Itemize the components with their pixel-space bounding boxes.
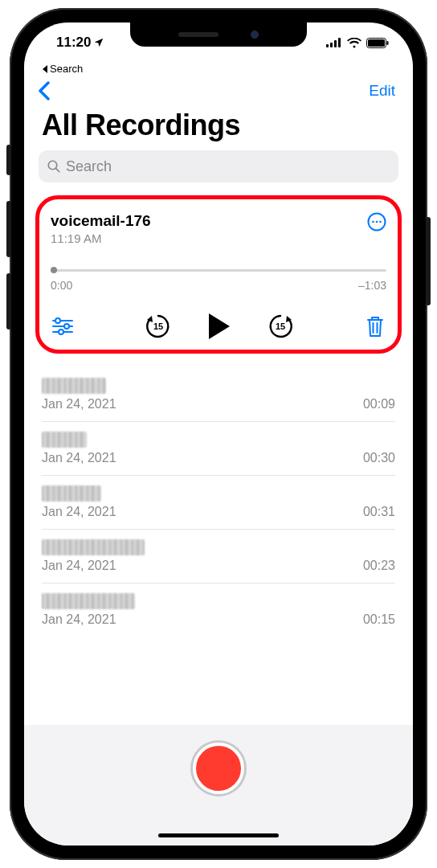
chevron-left-icon [37, 81, 50, 100]
remaining-time: –1:03 [358, 279, 386, 292]
breadcrumb-label: Search [50, 63, 83, 75]
recording-row-date: Jan 24, 2021 [42, 505, 116, 519]
forward-15-icon: 15 [267, 313, 294, 340]
svg-rect-3 [338, 38, 341, 47]
svg-point-10 [372, 221, 374, 223]
recording-row[interactable]: Jan 24, 202100:30 [42, 422, 395, 476]
breadcrumb-back[interactable]: Search [24, 63, 413, 75]
recording-row-duration: 00:15 [363, 612, 395, 627]
rewind-15-button[interactable]: 15 [145, 313, 172, 340]
svg-point-12 [379, 221, 382, 223]
forward-15-button[interactable]: 15 [267, 313, 294, 340]
more-button[interactable] [367, 212, 386, 231]
search-icon [47, 159, 61, 174]
record-button[interactable] [193, 743, 244, 794]
edit-button[interactable]: Edit [369, 82, 395, 100]
recording-row-duration: 00:23 [363, 559, 395, 573]
delete-button[interactable] [366, 315, 385, 338]
search-placeholder: Search [66, 158, 112, 175]
options-button[interactable] [52, 317, 73, 335]
recording-row-date: Jan 24, 2021 [42, 612, 135, 627]
svg-point-18 [59, 330, 63, 334]
recording-row-duration: 00:31 [363, 505, 395, 519]
back-button[interactable] [37, 81, 50, 100]
recording-row-date: Jan 24, 2021 [42, 397, 116, 411]
playback-scrubber[interactable] [51, 266, 386, 274]
svg-rect-2 [334, 40, 337, 47]
recording-row-title [42, 485, 101, 502]
svg-rect-6 [387, 41, 389, 45]
svg-rect-1 [330, 43, 333, 47]
status-indicators [326, 38, 389, 48]
play-button[interactable] [207, 313, 231, 340]
sliders-icon [52, 317, 73, 335]
recording-row-title [42, 432, 87, 448]
recording-row-date: Jan 24, 2021 [42, 559, 145, 573]
location-icon [93, 37, 104, 48]
battery-icon [366, 38, 389, 48]
play-icon [207, 313, 231, 340]
svg-text:15: 15 [276, 321, 285, 331]
cellular-icon [326, 38, 342, 47]
caret-left-icon [42, 65, 48, 73]
recording-title: voicemail-176 [51, 212, 151, 230]
search-input[interactable]: Search [39, 150, 398, 182]
recording-row-date: Jan 24, 2021 [42, 451, 116, 465]
footer-bar [24, 725, 413, 845]
recording-row[interactable]: Jan 24, 202100:23 [42, 530, 395, 583]
recording-row[interactable]: Jan 24, 202100:09 [42, 368, 395, 422]
recording-row-title [42, 539, 145, 555]
recording-row-duration: 00:30 [363, 451, 395, 465]
recordings-list: Jan 24, 202100:09Jan 24, 202100:30Jan 24… [24, 368, 413, 637]
rewind-15-icon: 15 [145, 313, 172, 340]
svg-rect-5 [368, 39, 385, 47]
page-title: All Recordings [24, 100, 413, 149]
status-time: 11:20 [56, 35, 91, 51]
recording-row[interactable]: Jan 24, 202100:15 [42, 583, 395, 637]
recording-row-title [42, 593, 135, 609]
selected-recording-card: voicemail-176 11:19 AM 0:00 –1:03 [35, 195, 402, 354]
ellipsis-circle-icon [367, 212, 386, 231]
svg-text:15: 15 [153, 321, 163, 331]
recording-row[interactable]: Jan 24, 202100:31 [42, 476, 395, 530]
svg-rect-0 [326, 44, 329, 47]
trash-icon [366, 315, 385, 338]
svg-point-16 [64, 324, 69, 329]
elapsed-time: 0:00 [51, 279, 72, 292]
home-indicator[interactable] [158, 833, 279, 837]
svg-line-8 [56, 169, 59, 172]
recording-time: 11:19 AM [51, 231, 151, 245]
recording-row-title [42, 378, 106, 394]
svg-point-11 [376, 221, 378, 223]
svg-point-14 [55, 318, 60, 323]
recording-row-duration: 00:09 [363, 397, 395, 411]
wifi-icon [347, 38, 361, 48]
